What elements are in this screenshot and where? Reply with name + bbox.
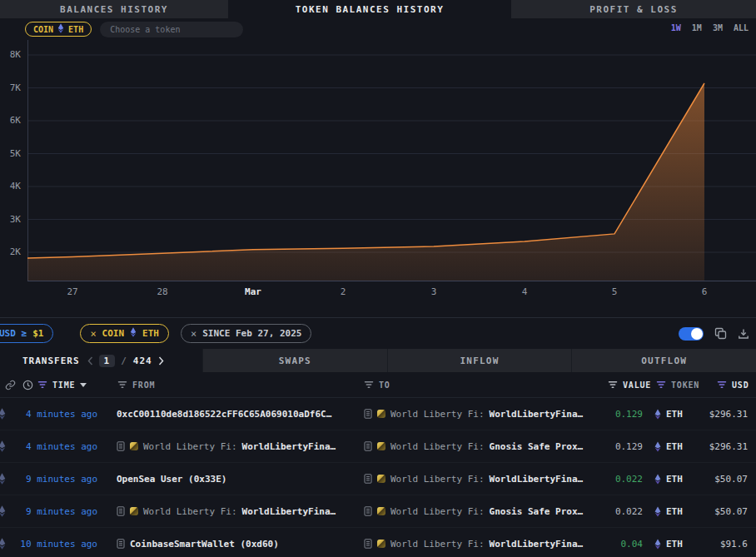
- chevron-right-icon[interactable]: [158, 356, 164, 366]
- chart-x-axis-labels: 2728Mar23456: [0, 281, 756, 303]
- coin-filter-chip[interactable]: × COIN ETH: [80, 324, 169, 343]
- usd-filter-label: USD ≥: [0, 328, 27, 339]
- transfer-from[interactable]: CoinbaseSmartWallet (0xd60): [117, 528, 358, 557]
- table-row[interactable]: 4 minutes ago 0xcC00110de8d186522cFF6C65…: [0, 398, 756, 430]
- since-filter-label: SINCE Feb 27, 2025: [202, 328, 301, 339]
- eth-icon: [57, 23, 64, 33]
- transfer-from[interactable]: World Liberty Fi:WorldLibertyFina…: [117, 430, 358, 462]
- tab-inflow[interactable]: INFLOW: [387, 349, 572, 372]
- entity-type-label: World Liberty Fi:: [390, 474, 485, 485]
- transfer-from[interactable]: World Liberty Fi:WorldLibertyFina…: [117, 495, 358, 527]
- usd-filter-amount: $1: [32, 328, 43, 339]
- transfer-value: 0.04: [533, 528, 643, 557]
- column-to[interactable]: TO: [364, 372, 390, 397]
- remove-since-filter-icon[interactable]: ×: [191, 328, 196, 340]
- eth-icon: [654, 474, 661, 485]
- tab-swaps[interactable]: SWAPS: [202, 349, 387, 372]
- contract-icon: [117, 539, 125, 549]
- eth-icon: [654, 539, 661, 550]
- contract-icon: [117, 506, 125, 516]
- tab-outflow[interactable]: OUTFLOW: [571, 349, 756, 372]
- coin-filter-label: COIN: [102, 328, 125, 339]
- filter-icon: [608, 380, 618, 389]
- contract-icon: [364, 441, 372, 451]
- usd-filter-chip[interactable]: USD ≥ $1: [0, 324, 53, 343]
- coin-chip-label: COIN: [33, 25, 53, 34]
- chart-x-tick: 28: [157, 286, 167, 297]
- column-time[interactable]: TIME: [37, 372, 87, 397]
- transfer-usd: $50.07: [673, 495, 748, 527]
- entity-type-label: World Liberty Fi:: [390, 409, 485, 420]
- transfer-time[interactable]: 9 minutes ago: [0, 463, 97, 495]
- table-row[interactable]: 9 minutes ago World Liberty Fi:WorldLibe…: [0, 495, 756, 528]
- eth-icon: [654, 441, 661, 452]
- pagination: 1 / 424: [87, 355, 164, 367]
- filter-icon: [364, 380, 374, 389]
- token-search-input[interactable]: [100, 22, 243, 37]
- total-pages: 424: [133, 356, 152, 366]
- chevron-left-icon[interactable]: [87, 356, 93, 366]
- chart-svg[interactable]: [0, 40, 756, 281]
- table-row[interactable]: 4 minutes ago World Liberty Fi:WorldLibe…: [0, 430, 756, 463]
- transfer-time[interactable]: 4 minutes ago: [0, 398, 97, 430]
- entity-avatar-icon: [130, 442, 138, 450]
- active-filters-bar: USD ≥ $1 × COIN ETH × SINCE Feb 27, 2025: [0, 317, 756, 349]
- entity-avatar-icon: [377, 442, 385, 450]
- range-all[interactable]: ALL: [734, 23, 749, 32]
- coin-eth-filter-chip[interactable]: COIN ETH: [25, 22, 92, 37]
- transfer-usd: $91.6: [673, 528, 748, 557]
- remove-coin-filter-icon[interactable]: ×: [90, 328, 96, 340]
- eth-icon: [654, 506, 661, 517]
- column-token[interactable]: TOKEN: [656, 372, 699, 397]
- entity-type-label: World Liberty Fi:: [390, 441, 485, 452]
- time-range-selector: 1W 1M 3M ALL: [671, 23, 749, 32]
- link-column-icon: [5, 372, 16, 397]
- transfer-time[interactable]: 9 minutes ago: [0, 495, 97, 527]
- column-value[interactable]: VALUE: [608, 372, 651, 397]
- filter-toggle[interactable]: [679, 327, 704, 341]
- chart-x-tick: 6: [702, 286, 708, 297]
- chart-x-tick: Mar: [245, 286, 261, 297]
- filter-icon: [117, 380, 127, 389]
- tab-token-balances-history[interactable]: TOKEN BALANCES HISTORY: [228, 0, 511, 18]
- table-tools: [679, 318, 749, 349]
- range-3m[interactable]: 3M: [713, 23, 723, 32]
- filter-icon: [37, 380, 47, 389]
- transfers-label: TRANSFERS: [22, 356, 80, 366]
- copy-icon[interactable]: [714, 327, 727, 340]
- contract-icon: [364, 409, 372, 419]
- eth-icon: [130, 327, 137, 340]
- table-row[interactable]: 9 minutes ago OpenSea User (0x33E) World…: [0, 463, 756, 495]
- tab-balances-history[interactable]: BALANCES HISTORY: [0, 0, 228, 18]
- chart-x-tick: 4: [522, 286, 528, 297]
- tab-transfers[interactable]: TRANSFERS 1 / 424: [0, 349, 202, 372]
- entity-avatar-icon: [377, 540, 385, 548]
- chart-line: [27, 83, 704, 258]
- balance-history-chart[interactable]: 8K7K6K5K4K3K2K: [0, 40, 756, 281]
- coin-chip-token: ETH: [68, 25, 83, 34]
- column-from[interactable]: FROM: [117, 372, 155, 397]
- transfer-from[interactable]: 0xcC00110de8d186522cFF6C65A069010aDf6C…: [117, 398, 358, 430]
- transfer-value: 0.129: [533, 398, 643, 430]
- range-1m[interactable]: 1M: [692, 23, 702, 32]
- table-tabs: TRANSFERS 1 / 424 SWAPS INFLOW OUTFLOW: [0, 349, 756, 372]
- eth-icon: [654, 409, 661, 420]
- entity-type-label: World Liberty Fi:: [390, 506, 485, 517]
- entity-type-label: World Liberty Fi:: [390, 539, 485, 550]
- table-header: TIME FROM TO VALUE TOKEN USD: [0, 372, 756, 398]
- tab-profit-and-loss[interactable]: PROFIT & LOSS: [511, 0, 756, 18]
- range-1w[interactable]: 1W: [671, 23, 681, 32]
- entity-name: 0xcC00110de8d186522cFF6C65A069010aDf6C…: [117, 409, 331, 420]
- transfer-time[interactable]: 10 minutes ago: [0, 528, 97, 557]
- transfer-time[interactable]: 4 minutes ago: [0, 430, 97, 462]
- table-row[interactable]: 10 minutes ago CoinbaseSmartWallet (0xd6…: [0, 528, 756, 557]
- column-usd[interactable]: USD: [717, 372, 749, 397]
- transfer-from[interactable]: OpenSea User (0x33E): [117, 463, 358, 495]
- entity-name: CoinbaseSmartWallet (0xd60): [130, 539, 279, 550]
- contract-icon: [364, 539, 372, 549]
- since-filter-chip[interactable]: × SINCE Feb 27, 2025: [181, 324, 311, 343]
- transfer-usd: $296.31: [673, 398, 748, 430]
- download-icon[interactable]: [738, 328, 749, 340]
- toggle-knob: [691, 328, 703, 340]
- transfer-value: 0.022: [533, 495, 643, 527]
